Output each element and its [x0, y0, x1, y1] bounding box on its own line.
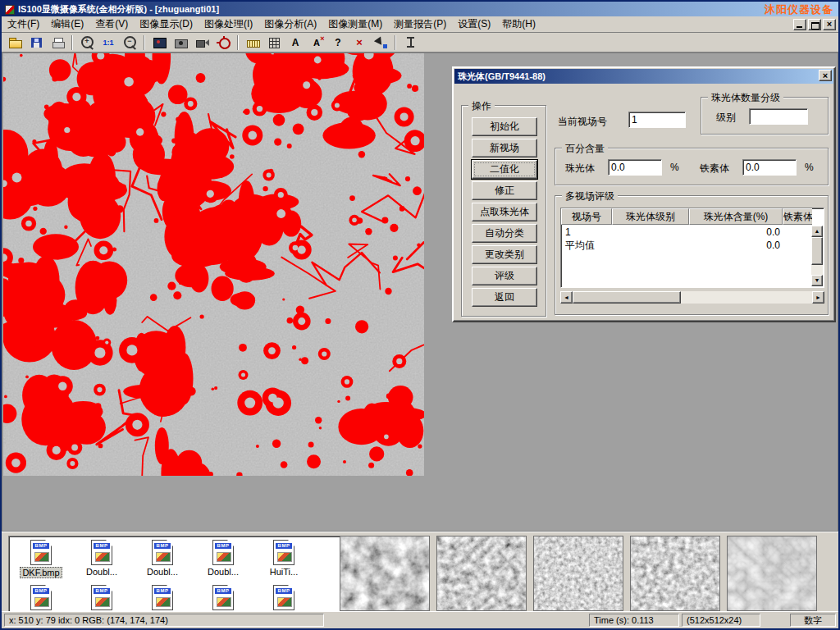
file-item[interactable]: BMPDoubl...	[71, 540, 132, 578]
op-button-5[interactable]: 点取珠光体	[472, 203, 537, 221]
file-item[interactable]: BMP	[132, 585, 193, 612]
op-button-2[interactable]: 新视场	[472, 139, 537, 158]
table-horizontal-scrollbar[interactable]: ◄ ►	[560, 291, 824, 304]
image-display-button[interactable]	[149, 34, 169, 51]
scroll-up-icon[interactable]: ▲	[811, 226, 823, 237]
dialog-title-bar[interactable]: 珠光体(GB/T9441-88)	[454, 69, 833, 84]
menu-item-7[interactable]: 图像测量(M)	[322, 16, 388, 33]
op-button-3[interactable]: 二值化	[472, 160, 537, 179]
bmp-icon-picture	[277, 552, 292, 562]
ferrite-label: 铁素体	[700, 162, 729, 176]
op-button-4[interactable]: 修正	[472, 181, 537, 200]
zoom-in-button[interactable]	[77, 34, 97, 51]
menu-item-3[interactable]: 查看(V)	[89, 16, 134, 33]
ferrite-percent-input[interactable]	[742, 159, 797, 176]
op-button-7[interactable]: 更改类别	[472, 245, 537, 264]
multi-field-group: 多视场评级 视场号珠光体级别珠光体含量(%)铁素体含量(%) 10.0平均值0.…	[555, 195, 829, 315]
pearlite-percent-input[interactable]	[608, 159, 662, 176]
dialog-close-icon[interactable]	[819, 70, 832, 81]
table-header-1[interactable]: 视场号	[561, 208, 612, 225]
bmp-icon-picture	[217, 552, 231, 562]
actual-size-icon: 1:1	[102, 36, 116, 49]
measure-length-icon	[246, 36, 260, 49]
table-header-3[interactable]: 珠光体含量(%)	[689, 208, 783, 225]
op-button-8[interactable]: 评级	[472, 267, 537, 285]
table-header-4[interactable]: 铁素体含量(%)	[783, 208, 812, 225]
scroll-right-icon[interactable]: ►	[812, 291, 824, 304]
camera-button[interactable]	[171, 34, 190, 51]
file-item[interactable]: BMPHuiTi...	[253, 540, 314, 578]
help-button[interactable]: ?	[328, 34, 348, 51]
file-item[interactable]: BMPDKF.bmp	[11, 540, 71, 578]
open-file-button[interactable]	[5, 34, 25, 51]
dialog-body: 操作 初始化新视场二值化修正点取珠光体自动分类更改类别评级返回 当前视场号 珠光…	[454, 84, 833, 320]
vertical-scroll-thumb[interactable]	[811, 237, 823, 265]
minimize-icon[interactable]	[793, 19, 806, 30]
menu-item-6[interactable]: 图像分析(A)	[258, 16, 322, 33]
print-button[interactable]	[48, 34, 67, 51]
bmp-icon-label: BMP	[94, 543, 110, 549]
bmp-file-icon: BMP	[273, 585, 294, 610]
grade-input[interactable]	[749, 108, 808, 125]
op-button-1[interactable]: 初始化	[472, 117, 537, 136]
actual-size-button[interactable]: 1:1	[98, 34, 118, 51]
file-item[interactable]: BMP	[71, 585, 132, 612]
thumbnail-3[interactable]	[533, 536, 623, 611]
measure-length-button[interactable]	[243, 34, 262, 51]
menu-item-1[interactable]: 文件(F)	[2, 16, 45, 33]
caliper-button[interactable]	[400, 34, 420, 51]
save-button[interactable]	[26, 34, 46, 51]
table-header-2[interactable]: 珠光体级别	[612, 208, 689, 225]
table-header-row: 视场号珠光体级别珠光体含量(%)铁素体含量(%)	[561, 208, 812, 225]
measure-grid-button[interactable]	[264, 34, 284, 51]
pointer-button[interactable]	[371, 34, 390, 51]
restore-icon[interactable]	[808, 19, 821, 30]
capture-target-button[interactable]	[213, 34, 233, 51]
grade-group: 珠光体数量分级 级别	[701, 97, 829, 135]
text-annotate-button[interactable]: A	[285, 34, 305, 51]
op-button-9[interactable]: 返回	[472, 288, 537, 307]
text-delete-button[interactable]: A	[307, 34, 326, 51]
zoom-out-button[interactable]	[120, 34, 139, 51]
scroll-left-icon[interactable]: ◄	[560, 291, 573, 304]
thumbnail-1[interactable]	[340, 536, 430, 611]
menu-item-5[interactable]: 图像处理(I)	[199, 16, 258, 33]
thumbnail-2[interactable]	[436, 536, 527, 611]
menu-item-4[interactable]: 图像显示(D)	[134, 16, 199, 33]
pearlite-unit: %	[670, 162, 679, 173]
table-vertical-scrollbar[interactable]: ▲ ▼	[811, 226, 823, 286]
dialog-title: 珠光体(GB/T9441-88)	[458, 71, 546, 83]
bmp-file-icon: BMP	[30, 585, 52, 610]
bmp-icon-picture	[95, 597, 110, 607]
horizontal-scroll-thumb[interactable]	[573, 291, 681, 304]
file-item[interactable]: BMPDoubl...	[193, 540, 253, 578]
current-field-input[interactable]	[628, 112, 686, 128]
video-button[interactable]	[192, 34, 212, 51]
title-bar[interactable]: IS100显微摄像系统(金相分析版) - [zhuguangti01] 沐阳仪器…	[2, 2, 838, 16]
table-cell: 1	[562, 226, 613, 239]
grade-group-label: 珠光体数量分级	[708, 91, 783, 105]
menu-item-9[interactable]: 设置(S)	[452, 16, 496, 33]
toolbar-separator	[71, 35, 73, 50]
menu-item-10[interactable]: 帮助(H)	[496, 16, 541, 33]
mdi-window-controls	[793, 19, 838, 30]
file-item[interactable]: BMP	[11, 585, 71, 612]
menu-item-2[interactable]: 编辑(E)	[45, 16, 89, 33]
file-item[interactable]: BMP	[193, 585, 253, 612]
thumbnail-5[interactable]	[727, 536, 817, 611]
caliper-icon	[404, 36, 418, 49]
file-browser[interactable]: BMPDKF.bmpBMPDoubl...BMPDoubl...BMPDoubl…	[8, 536, 343, 612]
toolbar: 1:1AA?×	[2, 33, 838, 52]
thumbnail-4[interactable]	[630, 536, 720, 611]
close-icon[interactable]	[823, 19, 836, 30]
op-button-6[interactable]: 自动分类	[472, 224, 537, 243]
file-name: Doubl...	[84, 567, 119, 577]
scroll-down-icon[interactable]: ▼	[811, 275, 823, 286]
measure-delete-button[interactable]: ×	[349, 34, 369, 51]
metallograph-image-canvas[interactable]	[3, 53, 424, 476]
file-name: HuiTi...	[268, 567, 299, 577]
file-item[interactable]: BMPDoubl...	[132, 540, 193, 578]
bmp-file-icon: BMP	[152, 585, 173, 610]
file-item[interactable]: BMP	[253, 585, 314, 612]
menu-item-8[interactable]: 测量报告(P)	[388, 16, 452, 33]
